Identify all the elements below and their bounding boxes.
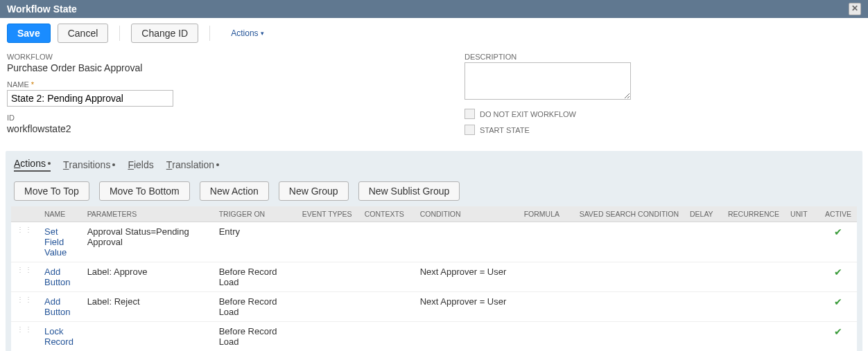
- close-icon[interactable]: ✕: [849, 3, 861, 15]
- startstate-label: START STATE: [480, 126, 530, 134]
- col-ssc[interactable]: SAVED SEARCH CONDITION: [574, 206, 684, 222]
- col-eventtypes[interactable]: EVENT TYPES: [297, 206, 359, 222]
- separator: [119, 26, 120, 41]
- col-contexts[interactable]: CONTEXTS: [359, 206, 415, 222]
- row-name-link[interactable]: Lock Record: [39, 322, 82, 352]
- col-triggeron[interactable]: TRIGGER ON: [214, 206, 297, 222]
- tab-translation[interactable]: Translation: [166, 158, 219, 172]
- form-col-left: WORKFLOW Purchase Order Basic Approval N…: [7, 53, 173, 141]
- row-trigger: Before Record Load: [214, 322, 297, 352]
- change-id-button[interactable]: Change ID: [131, 24, 198, 43]
- tab-dot-icon: [112, 163, 115, 166]
- separator: [209, 26, 210, 41]
- col-formula[interactable]: FORMULA: [519, 206, 574, 222]
- row-name-link[interactable]: Add Button: [39, 292, 82, 322]
- row-parameters: Label: Reject: [82, 292, 214, 322]
- id-value: workflowstate2: [7, 123, 173, 134]
- active-check-icon: ✔: [819, 262, 857, 292]
- checkbox-icon: [465, 125, 475, 135]
- row-condition: [415, 222, 519, 262]
- col-parameters[interactable]: PARAMETERS: [82, 206, 214, 222]
- tab-fields[interactable]: Fields: [128, 158, 153, 172]
- donotexit-checkbox-row[interactable]: DO NOT EXIT WORKFLOW: [465, 109, 631, 119]
- tab-actions[interactable]: Actions: [14, 158, 51, 172]
- col-active[interactable]: ACTIVE: [819, 206, 857, 222]
- save-button[interactable]: Save: [7, 24, 51, 43]
- workflow-label: WORKFLOW: [7, 53, 173, 61]
- col-recurrence[interactable]: RECURRENCE: [722, 206, 785, 222]
- row-condition: [415, 322, 519, 352]
- table-row[interactable]: ⋮⋮Add ButtonLabel: ApproveBefore Record …: [11, 262, 857, 292]
- cancel-button[interactable]: Cancel: [58, 24, 109, 43]
- required-asterisk-icon: *: [31, 80, 34, 89]
- workflow-state-dialog: Workflow State ✕ Save Cancel Change ID A…: [0, 0, 868, 351]
- actions-grid-wrap: NAME PARAMETERS TRIGGER ON EVENT TYPES C…: [11, 206, 857, 351]
- row-trigger: Before Record Load: [214, 262, 297, 292]
- active-check-icon: ✔: [819, 222, 857, 262]
- id-label: ID: [7, 114, 173, 122]
- new-sublist-group-button[interactable]: New Sublist Group: [358, 181, 460, 201]
- table-row[interactable]: ⋮⋮Set Field ValueApproval Status=Pending…: [11, 222, 857, 262]
- actions-menu[interactable]: Actions ▾: [231, 28, 263, 38]
- dialog-title: Workflow State: [7, 3, 77, 15]
- new-action-button[interactable]: New Action: [200, 181, 269, 201]
- row-trigger: Entry: [214, 222, 297, 262]
- drag-handle-icon[interactable]: ⋮⋮: [11, 292, 39, 322]
- row-trigger: Before Record Load: [214, 292, 297, 322]
- row-parameters: Approval Status=Pending Approval: [82, 222, 214, 262]
- drag-handle-icon[interactable]: ⋮⋮: [11, 322, 39, 352]
- col-condition[interactable]: CONDITION: [415, 206, 519, 222]
- toolbar-top: Save Cancel Change ID Actions ▾: [0, 18, 868, 48]
- tab-section: ActionsTransitionsFieldsTranslation Move…: [6, 151, 862, 351]
- row-name-link[interactable]: Set Field Value: [39, 222, 82, 262]
- active-check-icon: ✔: [819, 322, 857, 352]
- form-area: WORKFLOW Purchase Order Basic Approval N…: [0, 48, 868, 151]
- row-parameters: Label: Approve: [82, 262, 214, 292]
- titlebar: Workflow State ✕: [0, 0, 868, 18]
- tab-dot-icon: [48, 162, 51, 165]
- row-condition: Next Approver = User: [415, 292, 519, 322]
- col-delay[interactable]: DELAY: [684, 206, 722, 222]
- actions-grid: NAME PARAMETERS TRIGGER ON EVENT TYPES C…: [11, 206, 857, 351]
- row-name-link[interactable]: Add Button: [39, 262, 82, 292]
- tab-dot-icon: [216, 163, 219, 166]
- description-label: DESCRIPTION: [465, 53, 631, 61]
- table-row[interactable]: ⋮⋮Lock RecordBefore Record Load✔: [11, 322, 857, 352]
- menu-caret-icon: ▾: [261, 30, 264, 37]
- name-input[interactable]: [7, 90, 173, 107]
- tabbar: ActionsTransitionsFieldsTranslation: [6, 155, 862, 176]
- form-col-right: DESCRIPTION DO NOT EXIT WORKFLOW START S…: [465, 53, 631, 141]
- actions-subtoolbar: Move To Top Move To Bottom New Action Ne…: [6, 176, 862, 206]
- col-unit[interactable]: UNIT: [785, 206, 819, 222]
- name-label: NAME *: [7, 80, 173, 89]
- tab-transitions[interactable]: Transitions: [63, 158, 115, 172]
- checkbox-icon: [465, 109, 475, 119]
- startstate-checkbox-row[interactable]: START STATE: [465, 125, 631, 135]
- workflow-value: Purchase Order Basic Approval: [7, 62, 173, 73]
- col-name[interactable]: NAME: [39, 206, 82, 222]
- move-to-bottom-button[interactable]: Move To Bottom: [99, 181, 190, 201]
- actions-menu-label: Actions: [231, 28, 258, 38]
- row-condition: Next Approver = User: [415, 262, 519, 292]
- new-group-button[interactable]: New Group: [279, 181, 349, 201]
- grid-header-row: NAME PARAMETERS TRIGGER ON EVENT TYPES C…: [11, 206, 857, 222]
- drag-handle-icon[interactable]: ⋮⋮: [11, 262, 39, 292]
- move-to-top-button[interactable]: Move To Top: [14, 181, 89, 201]
- table-row[interactable]: ⋮⋮Add ButtonLabel: RejectBefore Record L…: [11, 292, 857, 322]
- description-textarea[interactable]: [465, 62, 631, 100]
- row-parameters: [82, 322, 214, 352]
- donotexit-label: DO NOT EXIT WORKFLOW: [480, 110, 576, 118]
- active-check-icon: ✔: [819, 292, 857, 322]
- drag-handle-icon[interactable]: ⋮⋮: [11, 222, 39, 262]
